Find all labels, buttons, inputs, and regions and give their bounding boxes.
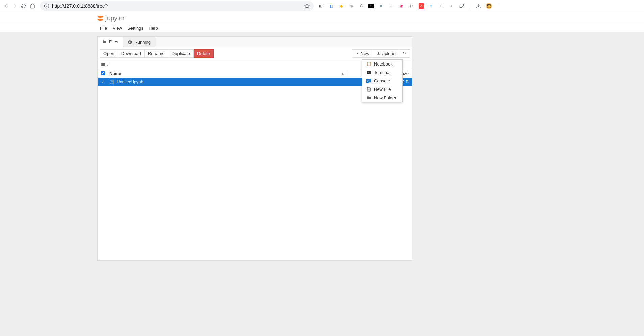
tab-files-label: Files xyxy=(109,39,118,44)
upload-button-label: Upload xyxy=(382,51,396,56)
url-input[interactable] xyxy=(52,3,302,9)
svg-rect-8 xyxy=(367,71,371,74)
download-button[interactable]: Download xyxy=(118,49,145,58)
refresh-button[interactable] xyxy=(399,49,410,58)
toolbar: Open Download Rename Duplicate Delete Ne… xyxy=(98,47,412,60)
downloads-icon[interactable] xyxy=(476,3,482,9)
svg-rect-12 xyxy=(110,80,113,84)
ext-icon-4[interactable]: ⊕ xyxy=(348,3,354,9)
menu-new-terminal[interactable]: Terminal xyxy=(362,68,402,77)
chrome-menu-icon[interactable]: ⋮ xyxy=(496,3,502,9)
notebook-file-icon xyxy=(109,80,114,84)
jupyter-logo-text: jupyter xyxy=(105,14,125,22)
new-button[interactable]: New xyxy=(352,49,373,58)
browser-toolbar: ⊞ ◧ ◆ ⊕ C •• ❋ ☺ ◉ ↻ ✕ ✦ ◊ ● 🧑 ⋮ xyxy=(0,0,644,12)
ext-icon-12[interactable]: ✦ xyxy=(428,3,434,9)
menu-notebook-label: Notebook xyxy=(374,61,393,67)
ext-icon-14[interactable]: ● xyxy=(448,3,454,9)
jupyter-logo-icon xyxy=(97,15,103,21)
notebook-icon xyxy=(366,62,371,67)
sort-arrow-icon: ▲ xyxy=(341,72,344,75)
divider xyxy=(470,3,470,9)
svg-rect-6 xyxy=(367,62,371,66)
extensions-icon[interactable] xyxy=(458,3,464,9)
running-icon xyxy=(128,40,132,44)
select-all-checkbox[interactable] xyxy=(101,71,105,75)
terminal-icon xyxy=(366,70,371,75)
console-icon: >_ xyxy=(366,79,371,83)
svg-rect-7 xyxy=(368,63,369,63)
profile-icon[interactable]: 🧑 xyxy=(486,3,492,9)
caret-down-icon xyxy=(356,52,359,55)
open-button[interactable]: Open xyxy=(100,49,118,58)
tab-files[interactable]: Files xyxy=(98,37,123,47)
menu-new-notebook[interactable]: Notebook xyxy=(362,60,402,68)
folder-icon xyxy=(102,40,107,44)
ext-icon-10[interactable]: ↻ xyxy=(408,3,414,9)
file-name-label: Untitled.ipynb xyxy=(117,79,143,84)
jupyter-logo[interactable]: jupyter xyxy=(97,14,125,22)
svg-point-5 xyxy=(129,41,131,43)
menu-terminal-label: Terminal xyxy=(374,70,390,75)
ext-icon-9[interactable]: ◉ xyxy=(398,3,404,9)
menu-help[interactable]: Help xyxy=(146,25,161,32)
menu-bar: File View Settings Help xyxy=(0,24,644,32)
folder-icon xyxy=(101,62,106,67)
file-list: ✓ Untitled.ipynb 2 B xyxy=(98,78,412,260)
menu-new-folder[interactable]: New Folder xyxy=(362,94,402,102)
ext-icon-8[interactable]: ☺ xyxy=(388,3,394,9)
ext-icon-2[interactable]: ◧ xyxy=(328,3,334,9)
ext-icon-1[interactable]: ⊞ xyxy=(318,3,324,9)
nav-reload-button[interactable] xyxy=(20,3,27,9)
menu-newfolder-label: New Folder xyxy=(374,95,396,100)
extensions-row: ⊞ ◧ ◆ ⊕ C •• ❋ ☺ ◉ ↻ ✕ ✦ ◊ ● 🧑 ⋮ xyxy=(318,3,503,9)
newfolder-icon xyxy=(366,96,371,100)
nav-forward-button[interactable] xyxy=(11,3,18,9)
file-icon xyxy=(366,87,371,92)
nav-back-button[interactable] xyxy=(3,3,9,9)
jupyter-header: jupyter xyxy=(0,12,644,24)
refresh-icon xyxy=(403,52,406,55)
svg-marker-3 xyxy=(305,4,309,8)
column-name-header[interactable]: Name ▲ xyxy=(109,71,348,76)
tab-running-label: Running xyxy=(134,40,150,45)
upload-icon xyxy=(377,52,380,55)
address-bar[interactable] xyxy=(40,1,314,11)
menu-new-file[interactable]: New File xyxy=(362,85,402,94)
breadcrumb-root: / xyxy=(107,62,109,67)
menu-view[interactable]: View xyxy=(110,25,125,32)
ext-icon-7[interactable]: ❋ xyxy=(378,3,384,9)
star-icon[interactable] xyxy=(304,3,310,9)
rename-button[interactable]: Rename xyxy=(145,49,168,58)
site-info-icon[interactable] xyxy=(44,3,49,9)
tab-running[interactable]: Running xyxy=(123,37,156,47)
delete-button[interactable]: Delete xyxy=(194,49,214,58)
check-icon[interactable]: ✓ xyxy=(101,80,104,84)
ext-icon-5[interactable]: C xyxy=(358,3,364,9)
tab-row: Files Running xyxy=(98,37,412,47)
duplicate-button[interactable]: Duplicate xyxy=(168,49,194,58)
menu-settings[interactable]: Settings xyxy=(125,25,146,32)
ext-icon-3[interactable]: ◆ xyxy=(338,3,344,9)
ext-icon-13[interactable]: ◊ xyxy=(438,3,444,9)
menu-newfile-label: New File xyxy=(374,87,391,92)
new-dropdown-menu: Notebook Terminal >_ Console New File xyxy=(362,59,403,102)
menu-file[interactable]: File xyxy=(97,25,110,32)
svg-rect-13 xyxy=(111,81,113,81)
file-browser-panel: Files Running Open Download Rename Dupli… xyxy=(97,36,412,261)
new-button-label: New xyxy=(361,51,369,56)
menu-new-console[interactable]: >_ Console xyxy=(362,77,402,85)
menu-console-label: Console xyxy=(374,78,390,83)
ext-icon-11[interactable]: ✕ xyxy=(419,3,424,9)
upload-button[interactable]: Upload xyxy=(373,49,399,58)
ext-icon-6[interactable]: •• xyxy=(368,4,374,8)
nav-home-button[interactable] xyxy=(29,3,36,9)
